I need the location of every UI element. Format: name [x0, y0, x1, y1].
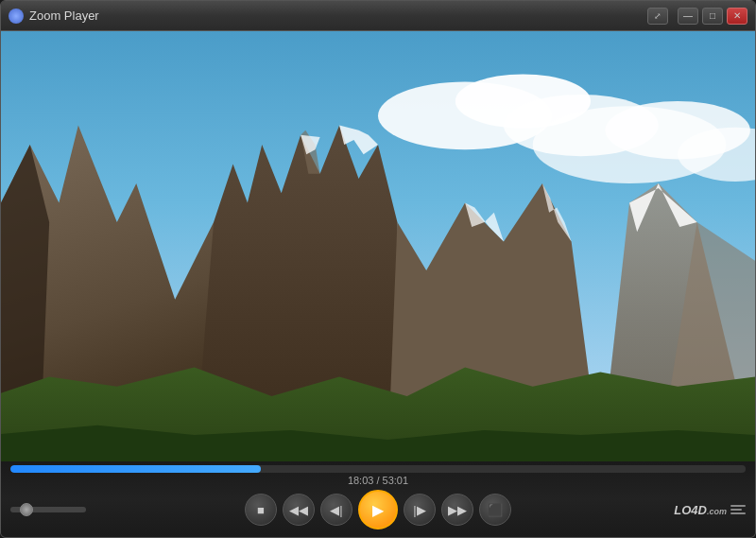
- title-bar-right: ⤢ — □ ✕: [647, 8, 747, 25]
- menu-line-3: [730, 512, 746, 514]
- video-scene: [1, 31, 755, 461]
- fullscreen-button[interactable]: ⤢: [647, 8, 668, 25]
- progress-bar-fill: [10, 465, 261, 473]
- main-window: Zoom Player ⤢ — □ ✕: [0, 0, 756, 538]
- volume-knob[interactable]: [20, 503, 33, 516]
- menu-icon[interactable]: [730, 505, 746, 514]
- logo-text: LO4D.com: [674, 503, 727, 517]
- close-button[interactable]: ✕: [727, 8, 747, 25]
- record-button[interactable]: ⬛: [479, 494, 511, 526]
- menu-line-2: [730, 509, 742, 511]
- time-display: 18:03 / 53:01: [348, 475, 408, 486]
- menu-line-1: [730, 505, 746, 507]
- right-section: LO4D.com: [632, 503, 746, 517]
- volume-slider[interactable]: [10, 507, 86, 512]
- volume-section: [10, 507, 124, 512]
- title-bar: Zoom Player ⤢ — □ ✕: [1, 1, 755, 31]
- prev-button[interactable]: ◀|: [320, 494, 352, 526]
- playback-controls: ■ ◀◀ ◀| ▶ |▶ ▶▶ ⬛: [124, 490, 632, 529]
- fast-forward-button[interactable]: ▶▶: [441, 494, 473, 526]
- mountain-scene: [1, 31, 755, 461]
- title-bar-left: Zoom Player: [9, 9, 99, 24]
- rewind-button[interactable]: ◀◀: [283, 494, 315, 526]
- controls-area: 18:03 / 53:01 ■ ◀◀ ◀| ▶ |▶ ▶▶ ⬛: [1, 461, 755, 537]
- minimize-button[interactable]: —: [678, 8, 698, 25]
- progress-bar-container[interactable]: [10, 465, 746, 473]
- stop-button[interactable]: ■: [245, 494, 277, 526]
- next-button[interactable]: |▶: [404, 494, 436, 526]
- progress-section: 18:03 / 53:01: [10, 465, 746, 486]
- window-title: Zoom Player: [29, 9, 99, 23]
- app-icon: [9, 9, 24, 24]
- video-area[interactable]: [1, 31, 755, 461]
- play-button[interactable]: ▶: [358, 490, 398, 529]
- controls-row: ■ ◀◀ ◀| ▶ |▶ ▶▶ ⬛ LO4D.com: [10, 490, 746, 529]
- maximize-button[interactable]: □: [702, 8, 723, 25]
